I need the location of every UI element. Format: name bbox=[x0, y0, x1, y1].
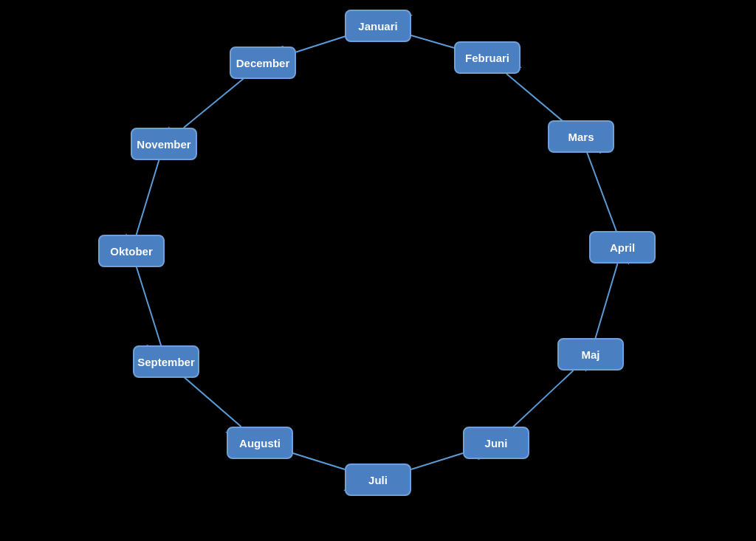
month-augusti: Augusti bbox=[227, 427, 293, 459]
month-maj: Maj bbox=[557, 338, 624, 371]
month-december: December bbox=[230, 46, 296, 79]
month-oktober: Oktober bbox=[98, 235, 165, 267]
month-februari: Februari bbox=[454, 41, 520, 74]
month-november: November bbox=[131, 128, 197, 160]
month-mars: Mars bbox=[548, 120, 614, 153]
arrows-svg bbox=[0, 0, 756, 541]
month-april: April bbox=[589, 231, 656, 263]
month-september: September bbox=[133, 345, 199, 378]
month-juni: Juni bbox=[463, 427, 529, 459]
diagram-container: JanuariFebruariMarsAprilMajJuniJuliAugus… bbox=[0, 0, 756, 541]
month-januari: Januari bbox=[345, 10, 411, 42]
month-juli: Juli bbox=[345, 464, 411, 496]
